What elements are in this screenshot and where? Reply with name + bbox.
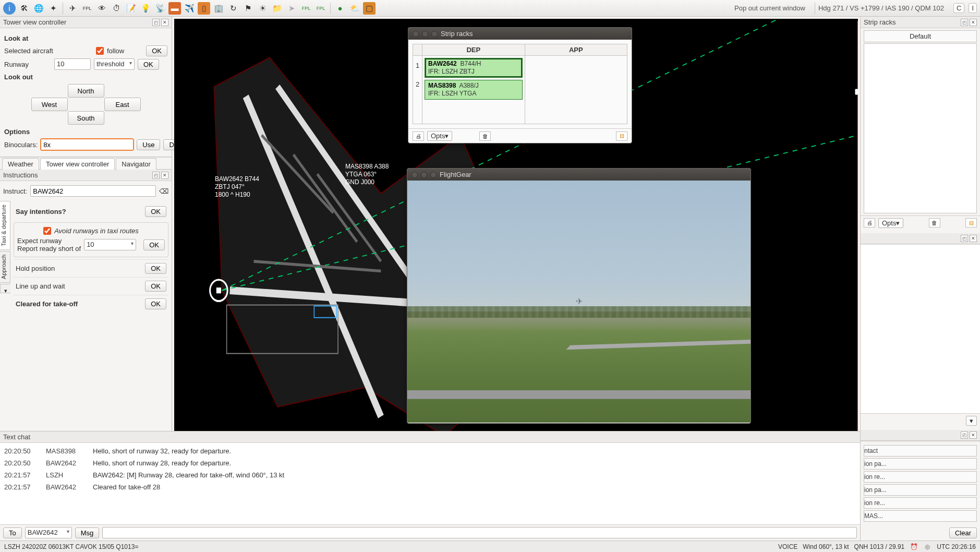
orange-box-icon[interactable]: ▯ <box>198 2 210 15</box>
arrow-icon[interactable]: ➤ <box>285 2 298 15</box>
compass-icon[interactable]: ✦ <box>47 2 59 15</box>
rwy-icon[interactable]: ▬ <box>168 2 181 15</box>
stopwatch-icon[interactable]: ⏱ <box>110 2 123 15</box>
folder-icon[interactable]: 📁 <box>271 2 283 15</box>
note-icon[interactable]: 📝 <box>125 2 137 15</box>
fpl3-icon[interactable]: FPL <box>314 2 327 15</box>
fpl-icon[interactable]: FPL <box>81 2 93 15</box>
green-dot-icon[interactable]: ● <box>334 2 346 15</box>
heading-status: Hdg 271 / VS +1799 / IAS 190 / QDM 102 <box>818 4 944 12</box>
wrench-icon[interactable]: 🛠 <box>18 2 30 15</box>
top-toolbar: i 🛠 🌐 ✦ ✈ FPL 👁 ⏱ 📝 💡 📡 ▬ ✈️ ▯ 🏢 ↻ ⚑ ☀ 📁… <box>0 0 980 17</box>
c-button[interactable]: C <box>953 3 964 13</box>
flag-icon[interactable]: ⚑ <box>241 2 254 15</box>
lightbulb-icon[interactable]: 💡 <box>139 2 152 15</box>
eye-icon[interactable]: 👁 <box>95 2 108 15</box>
plane-blue-icon[interactable]: ✈ <box>66 2 79 15</box>
fpl2-icon[interactable]: FPL <box>300 2 312 15</box>
aircraft-icon[interactable]: ✈️ <box>183 2 196 15</box>
tower-icon[interactable]: 🏢 <box>212 2 225 15</box>
sun-icon[interactable]: ☀ <box>256 2 269 15</box>
orange-sq-icon[interactable]: ▢ <box>363 2 376 15</box>
info-icon[interactable]: i <box>3 2 16 15</box>
popout-link[interactable]: Pop out current window <box>734 4 805 12</box>
antenna-icon[interactable]: 📡 <box>154 2 166 15</box>
i-button[interactable]: I <box>969 3 977 13</box>
loop-icon[interactable]: ↻ <box>227 2 239 15</box>
globe-icon[interactable]: 🌐 <box>32 2 45 15</box>
weather-icon[interactable]: ⛅ <box>348 2 361 15</box>
